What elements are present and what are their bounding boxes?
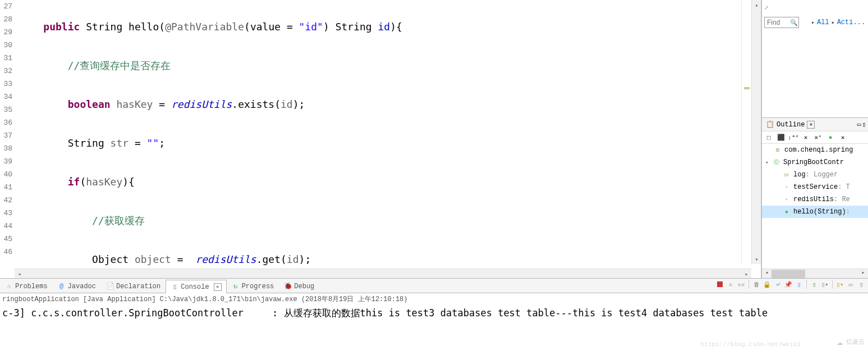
scroll-lock-icon[interactable]: 🔒 [763, 280, 771, 289]
filter-icon[interactable]: ⬛ [777, 133, 786, 142]
find-acti-link[interactable]: Acti... [837, 19, 865, 26]
new-console-dropdown-icon[interactable]: ▯▾ [835, 280, 844, 289]
outline-icon: 📋 [765, 120, 774, 129]
search-icon[interactable]: 🔍 [790, 19, 798, 26]
find-all-link[interactable]: All [817, 19, 829, 26]
remove-all-icon[interactable]: ✕✕ [737, 280, 746, 289]
tree-item-class[interactable]: ▾ Ⓒ SpringBootContr [762, 156, 868, 169]
scrollbar-thumb[interactable] [771, 270, 805, 278]
scroll-left-icon[interactable]: ◂ [762, 269, 771, 276]
debug-icon: 🐞 [284, 283, 292, 290]
javadoc-icon: @ [58, 283, 66, 290]
tab-progress[interactable]: ↻ Progress [227, 279, 279, 293]
watermark-logo: ☁ 亿速云 [837, 335, 865, 348]
scroll-right-icon[interactable]: ▸ [858, 269, 868, 276]
field-icon: ▫ [782, 183, 791, 192]
method-icon: ● [782, 207, 791, 216]
console-toolbar: ✕ ✕✕ 🗑 🔒 ⤶ 📌 ▯ ▯ ▯▾ ▯▾ ▭ ▯ [715, 280, 866, 289]
display-console-icon[interactable]: ▯ [794, 280, 803, 289]
find-panel: ⤢ 🔍 ▸ All ▸ Acti... [762, 0, 868, 118]
package-icon: ⊞ [773, 146, 782, 154]
hide-fields-icon[interactable]: ✕ [801, 133, 810, 142]
show-console-icon[interactable]: ▯ [810, 280, 819, 289]
scroll-right-icon[interactable]: ▸ [742, 269, 751, 279]
outline-horizontal-scrollbar[interactable]: ◂ ▸ [762, 269, 868, 278]
sort-icon[interactable]: ⬚ [764, 133, 773, 142]
maximize-icon[interactable]: ▯ [862, 121, 866, 128]
open-console-dropdown-icon[interactable]: ▯▾ [820, 280, 829, 289]
outline-title: Outline [777, 121, 805, 129]
tree-item-field[interactable]: ▫ redisUtils : Re [762, 193, 868, 206]
scroll-up-icon[interactable]: ▴ [752, 0, 761, 10]
tab-debug[interactable]: 🐞 Debug [279, 279, 319, 293]
console-output[interactable]: c-3] c.c.s.controller.SpringBootControll… [0, 305, 868, 359]
outline-header: 📋 Outline ✕ ▭ ▯ [762, 118, 868, 131]
tab-problems[interactable]: ⚠ Problems [0, 279, 53, 293]
static-field-icon: SF [782, 170, 791, 179]
minimize-icon[interactable]: ▭ [857, 121, 861, 128]
expand-icon[interactable]: ⤢ [764, 4, 769, 11]
tab-declaration[interactable]: 📄 Declaration [101, 279, 166, 293]
progress-icon: ↻ [232, 283, 240, 290]
nav-arrow-icon: ▸ [811, 19, 815, 26]
editor-horizontal-scrollbar[interactable]: ◂ ▸ [15, 269, 751, 278]
line-number-gutter: 27 28 29 30 31 32 33 34 35 36 37 38 39 4… [0, 0, 15, 278]
bottom-tabs: ⚠ Problems @ Javadoc 📄 Declaration ▯ Con… [0, 279, 868, 293]
editor-vertical-scrollbar[interactable]: ▴ ▾ [751, 0, 761, 264]
overview-ruler[interactable] [741, 0, 751, 264]
nav-arrow-icon: ▸ [832, 19, 835, 26]
remove-launch-icon[interactable]: ✕ [726, 280, 735, 289]
problems-icon: ⚠ [5, 283, 13, 290]
maximize-icon[interactable]: ▯ [857, 280, 866, 289]
word-wrap-icon[interactable]: ⤶ [773, 280, 782, 289]
console-icon: ▯ [171, 283, 178, 291]
tree-item-method[interactable]: ● hello(String) : [762, 206, 868, 218]
clear-console-icon[interactable]: 🗑 [752, 280, 761, 289]
class-icon: Ⓒ [772, 158, 781, 167]
tree-item-field[interactable]: SF log : Logger [762, 169, 868, 181]
tree-expander-icon[interactable]: ▾ [765, 160, 772, 166]
tree-item-field[interactable]: ▫ testService : T [762, 181, 868, 193]
close-icon[interactable]: ✕ [214, 283, 222, 291]
watermark-url: https://blog.csdn.net/weixi [701, 341, 801, 348]
minimize-icon[interactable]: ▭ [846, 280, 855, 289]
field-icon: ▫ [782, 195, 791, 204]
outline-tree[interactable]: ⊞ com.chenqi.spring ▾ Ⓒ SpringBootContr … [762, 144, 868, 269]
scroll-left-icon[interactable]: ◂ [15, 269, 24, 279]
code-text-area[interactable]: public String hello(@PathVariable(value … [15, 0, 761, 278]
tree-item-package[interactable]: ⊞ com.chenqi.spring [762, 144, 868, 156]
az-sort-icon[interactable]: ↓ᵃᶻ [789, 133, 798, 142]
outline-view: 📋 Outline ✕ ▭ ▯ ⬚ ⬛ ↓ᵃᶻ ✕ ✕ˢ ● ✕ ⊞ [762, 118, 868, 278]
hide-local-icon[interactable]: ✕ [838, 133, 847, 142]
tab-console[interactable]: ▯ Console ✕ [166, 280, 226, 293]
outline-toolbar: ⬚ ⬛ ↓ᵃᶻ ✕ ✕ˢ ● ✕ [762, 131, 868, 144]
code-editor[interactable]: 27 28 29 30 31 32 33 34 35 36 37 38 39 4… [0, 0, 761, 278]
tab-javadoc[interactable]: @ Javadoc [53, 279, 101, 293]
pin-console-icon[interactable]: 📌 [784, 280, 793, 289]
declaration-icon: 📄 [106, 283, 114, 290]
scroll-down-icon[interactable]: ▾ [752, 255, 761, 264]
hide-static-icon[interactable]: ✕ˢ [814, 133, 823, 142]
console-process-header: ringbootApplication [Java Application] C… [0, 293, 868, 305]
hide-non-public-icon[interactable]: ● [826, 133, 835, 142]
terminate-icon[interactable] [715, 280, 724, 289]
close-icon[interactable]: ✕ [807, 121, 815, 129]
